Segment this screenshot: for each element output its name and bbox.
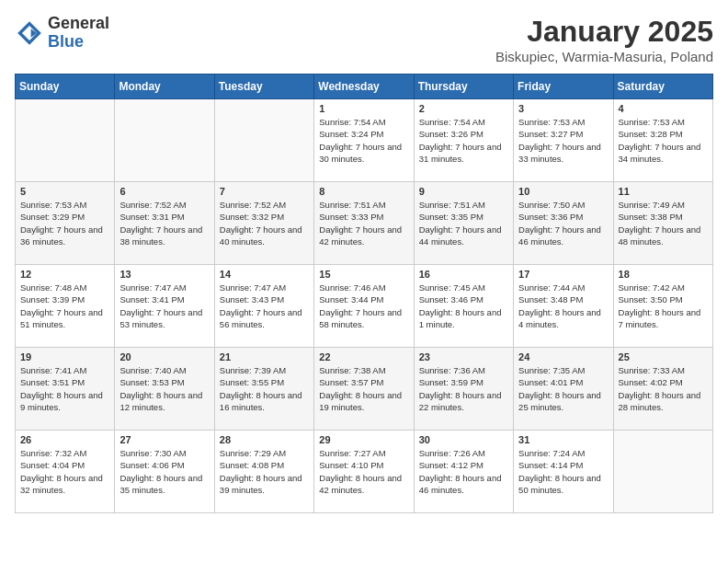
day-info: Sunrise: 7:52 AMSunset: 3:31 PMDaylight:…: [119, 199, 209, 247]
day-info: Sunrise: 7:26 AMSunset: 4:12 PMDaylight:…: [419, 447, 508, 496]
day-info: Sunrise: 7:53 AMSunset: 3:27 PMDaylight:…: [518, 116, 608, 165]
table-row: [16, 99, 115, 182]
table-row: 11 Sunrise: 7:49 AMSunset: 3:38 PMDaylig…: [613, 182, 712, 265]
day-info: Sunrise: 7:47 AMSunset: 3:43 PMDaylight:…: [220, 282, 309, 330]
day-number: 8: [319, 186, 408, 197]
table-row: 28 Sunrise: 7:29 AMSunset: 4:08 PMDaylig…: [214, 431, 313, 513]
day-info: Sunrise: 7:54 AMSunset: 3:24 PMDaylight:…: [319, 116, 408, 165]
day-number: 19: [20, 351, 109, 362]
day-info: Sunrise: 7:38 AMSunset: 3:57 PMDaylight:…: [319, 364, 408, 413]
day-info: Sunrise: 7:47 AMSunset: 3:41 PMDaylight:…: [119, 282, 209, 330]
table-row: 30 Sunrise: 7:26 AMSunset: 4:12 PMDaylig…: [414, 431, 513, 513]
table-row: 2 Sunrise: 7:54 AMSunset: 3:26 PMDayligh…: [414, 99, 513, 182]
day-info: Sunrise: 7:33 AMSunset: 4:02 PMDaylight:…: [619, 364, 708, 413]
day-number: 5: [20, 186, 109, 197]
day-info: Sunrise: 7:36 AMSunset: 3:59 PMDaylight:…: [419, 364, 508, 413]
day-number: 31: [518, 434, 608, 445]
table-row: 8 Sunrise: 7:51 AMSunset: 3:33 PMDayligh…: [314, 182, 414, 265]
day-number: 22: [319, 351, 408, 362]
table-row: 31 Sunrise: 7:24 AMSunset: 4:14 PMDaylig…: [514, 431, 613, 513]
table-row: 16 Sunrise: 7:45 AMSunset: 3:46 PMDaylig…: [414, 265, 513, 348]
table-row: 4 Sunrise: 7:53 AMSunset: 3:28 PMDayligh…: [613, 99, 712, 182]
table-row: 6 Sunrise: 7:52 AMSunset: 3:31 PMDayligh…: [115, 182, 214, 265]
day-number: 18: [619, 269, 708, 280]
table-row: 23 Sunrise: 7:36 AMSunset: 3:59 PMDaylig…: [414, 348, 513, 431]
day-info: Sunrise: 7:29 AMSunset: 4:08 PMDaylight:…: [220, 447, 309, 496]
header-monday: Monday: [115, 75, 214, 99]
table-row: 18 Sunrise: 7:42 AMSunset: 3:50 PMDaylig…: [613, 265, 712, 348]
day-number: 17: [518, 269, 608, 280]
day-number: 12: [20, 269, 109, 280]
day-info: Sunrise: 7:40 AMSunset: 3:53 PMDaylight:…: [119, 364, 209, 413]
day-info: Sunrise: 7:41 AMSunset: 3:51 PMDaylight:…: [20, 364, 109, 413]
day-info: Sunrise: 7:50 AMSunset: 3:36 PMDaylight:…: [518, 199, 608, 247]
calendar-week-row: 19 Sunrise: 7:41 AMSunset: 3:51 PMDaylig…: [16, 348, 713, 431]
day-info: Sunrise: 7:52 AMSunset: 3:32 PMDaylight:…: [220, 199, 309, 247]
table-row: 27 Sunrise: 7:30 AMSunset: 4:06 PMDaylig…: [115, 431, 214, 513]
day-number: 16: [419, 269, 508, 280]
table-row: 1 Sunrise: 7:54 AMSunset: 3:24 PMDayligh…: [314, 99, 414, 182]
table-row: 14 Sunrise: 7:47 AMSunset: 3:43 PMDaylig…: [214, 265, 313, 348]
day-info: Sunrise: 7:54 AMSunset: 3:26 PMDaylight:…: [419, 116, 508, 165]
table-row: 5 Sunrise: 7:53 AMSunset: 3:29 PMDayligh…: [16, 182, 115, 265]
day-number: 21: [220, 351, 309, 362]
calendar-subtitle: Biskupiec, Warmia-Masuria, Poland: [495, 49, 713, 64]
day-info: Sunrise: 7:49 AMSunset: 3:38 PMDaylight:…: [619, 199, 708, 247]
day-info: Sunrise: 7:51 AMSunset: 3:35 PMDaylight:…: [419, 199, 508, 247]
table-row: 22 Sunrise: 7:38 AMSunset: 3:57 PMDaylig…: [314, 348, 414, 431]
logo-text: General Blue: [48, 15, 109, 52]
header-saturday: Saturday: [613, 75, 712, 99]
table-row: 19 Sunrise: 7:41 AMSunset: 3:51 PMDaylig…: [16, 348, 115, 431]
day-number: 25: [619, 351, 708, 362]
calendar-week-row: 26 Sunrise: 7:32 AMSunset: 4:04 PMDaylig…: [16, 431, 713, 513]
day-number: 6: [119, 186, 209, 197]
day-number: 29: [319, 434, 408, 445]
logo-blue-label: Blue: [48, 33, 109, 52]
day-info: Sunrise: 7:46 AMSunset: 3:44 PMDaylight:…: [319, 282, 408, 330]
day-number: 20: [119, 351, 209, 362]
logo: General Blue: [15, 15, 109, 52]
table-row: 26 Sunrise: 7:32 AMSunset: 4:04 PMDaylig…: [16, 431, 115, 513]
day-number: 13: [119, 269, 209, 280]
day-info: Sunrise: 7:48 AMSunset: 3:39 PMDaylight:…: [20, 282, 109, 330]
header-thursday: Thursday: [414, 75, 513, 99]
table-row: 17 Sunrise: 7:44 AMSunset: 3:48 PMDaylig…: [514, 265, 613, 348]
day-number: 7: [220, 186, 309, 197]
day-number: 24: [518, 351, 608, 362]
day-info: Sunrise: 7:53 AMSunset: 3:29 PMDaylight:…: [20, 199, 109, 247]
day-info: Sunrise: 7:39 AMSunset: 3:55 PMDaylight:…: [220, 364, 309, 413]
table-row: 25 Sunrise: 7:33 AMSunset: 4:02 PMDaylig…: [613, 348, 712, 431]
table-row: 10 Sunrise: 7:50 AMSunset: 3:36 PMDaylig…: [514, 182, 613, 265]
day-number: 4: [619, 103, 708, 114]
day-info: Sunrise: 7:32 AMSunset: 4:04 PMDaylight:…: [20, 447, 109, 496]
day-number: 30: [419, 434, 508, 445]
table-row: 29 Sunrise: 7:27 AMSunset: 4:10 PMDaylig…: [314, 431, 414, 513]
table-row: [613, 431, 712, 513]
table-row: 20 Sunrise: 7:40 AMSunset: 3:53 PMDaylig…: [115, 348, 214, 431]
table-row: 21 Sunrise: 7:39 AMSunset: 3:55 PMDaylig…: [214, 348, 313, 431]
day-number: 3: [518, 103, 608, 114]
day-number: 23: [419, 351, 508, 362]
day-number: 1: [319, 103, 408, 114]
day-info: Sunrise: 7:30 AMSunset: 4:06 PMDaylight:…: [119, 447, 209, 496]
day-number: 9: [419, 186, 508, 197]
table-row: 13 Sunrise: 7:47 AMSunset: 3:41 PMDaylig…: [115, 265, 214, 348]
table-row: 24 Sunrise: 7:35 AMSunset: 4:01 PMDaylig…: [514, 348, 613, 431]
table-row: 15 Sunrise: 7:46 AMSunset: 3:44 PMDaylig…: [314, 265, 414, 348]
table-row: 3 Sunrise: 7:53 AMSunset: 3:27 PMDayligh…: [514, 99, 613, 182]
logo-icon: [15, 18, 44, 48]
header-wednesday: Wednesday: [314, 75, 414, 99]
calendar-week-row: 1 Sunrise: 7:54 AMSunset: 3:24 PMDayligh…: [16, 99, 713, 182]
day-info: Sunrise: 7:51 AMSunset: 3:33 PMDaylight:…: [319, 199, 408, 247]
day-info: Sunrise: 7:44 AMSunset: 3:48 PMDaylight:…: [518, 282, 608, 330]
day-number: 11: [619, 186, 708, 197]
table-row: 12 Sunrise: 7:48 AMSunset: 3:39 PMDaylig…: [16, 265, 115, 348]
day-info: Sunrise: 7:24 AMSunset: 4:14 PMDaylight:…: [518, 447, 608, 496]
header-tuesday: Tuesday: [214, 75, 313, 99]
table-row: [115, 99, 214, 182]
calendar-table: Sunday Monday Tuesday Wednesday Thursday…: [15, 74, 713, 513]
day-info: Sunrise: 7:27 AMSunset: 4:10 PMDaylight:…: [319, 447, 408, 496]
header-friday: Friday: [514, 75, 613, 99]
day-number: 15: [319, 269, 408, 280]
day-number: 27: [119, 434, 209, 445]
